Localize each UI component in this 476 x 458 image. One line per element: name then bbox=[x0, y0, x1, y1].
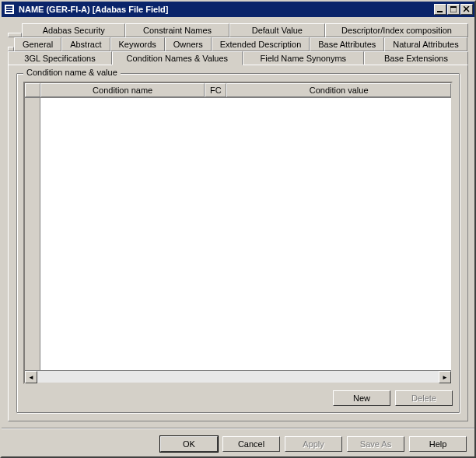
window: NAME (GER-FI-A) [Adabas File Field] Adab… bbox=[0, 0, 476, 458]
svg-rect-2 bbox=[6, 9, 12, 10]
panel-buttons: New Delete bbox=[23, 390, 453, 406]
horizontal-scrollbar[interactable]: ◄ ► bbox=[25, 370, 451, 383]
scroll-left-icon[interactable]: ◄ bbox=[25, 371, 37, 383]
tab-general[interactable]: General bbox=[14, 37, 61, 51]
window-controls bbox=[434, 4, 473, 15]
maximize-button[interactable] bbox=[447, 4, 460, 15]
tab-panel: Condition name & value Condition name FC… bbox=[8, 65, 468, 421]
tab-base-attributes[interactable]: Base Attributes bbox=[310, 37, 384, 51]
tab-descriptor-index[interactable]: Descriptor/Index composition bbox=[325, 23, 468, 37]
tab-row-2: General Abstract Keywords Owners Extende… bbox=[8, 37, 468, 51]
svg-rect-3 bbox=[6, 11, 12, 12]
tab-base-extensions[interactable]: Base Extensions bbox=[364, 51, 468, 65]
tab-keywords[interactable]: Keywords bbox=[110, 37, 165, 51]
tab-constraint-names[interactable]: Constraint Names bbox=[125, 23, 229, 37]
column-rowhead[interactable] bbox=[25, 83, 40, 97]
tab-extended-description[interactable]: Extended Description bbox=[212, 37, 310, 51]
tab-owners[interactable]: Owners bbox=[165, 37, 212, 51]
window-title: NAME (GER-FI-A) [Adabas File Field] bbox=[19, 5, 434, 14]
content-area: Adabas Security Constraint Names Default… bbox=[2, 17, 474, 428]
groupbox-condition: Condition name & value Condition name FC… bbox=[16, 73, 460, 413]
tab-default-value[interactable]: Default Value bbox=[229, 23, 325, 37]
apply-button: Apply bbox=[285, 436, 342, 452]
svg-rect-4 bbox=[437, 11, 443, 12]
condition-table[interactable]: Condition name FC Condition value ◄ ► bbox=[23, 82, 453, 384]
save-as-button: Save As bbox=[347, 436, 404, 452]
tab-row-3: 3GL Specifications Condition Names & Val… bbox=[8, 51, 468, 65]
close-button[interactable] bbox=[460, 4, 473, 15]
tab-adabas-security[interactable]: Adabas Security bbox=[22, 23, 125, 37]
tabs: Adabas Security Constraint Names Default… bbox=[8, 23, 468, 65]
titlebar: NAME (GER-FI-A) [Adabas File Field] bbox=[2, 2, 474, 17]
scroll-track[interactable] bbox=[37, 371, 439, 383]
svg-rect-1 bbox=[6, 6, 12, 8]
table-header: Condition name FC Condition value bbox=[25, 83, 451, 98]
tab-condition-names-values[interactable]: Condition Names & Values bbox=[112, 51, 243, 65]
tab-natural-attributes[interactable]: Natural Attributes bbox=[384, 37, 467, 51]
svg-rect-6 bbox=[450, 6, 457, 8]
minimize-button[interactable] bbox=[434, 4, 446, 15]
groupbox-title: Condition name & value bbox=[23, 68, 121, 77]
row-header-column bbox=[25, 98, 40, 370]
help-button[interactable]: Help bbox=[409, 436, 467, 452]
cancel-button[interactable]: Cancel bbox=[222, 436, 280, 452]
delete-button: Delete bbox=[395, 390, 453, 406]
dialog-button-bar: OK Cancel Apply Save As Help bbox=[2, 428, 474, 456]
tab-3gl-specifications[interactable]: 3GL Specifications bbox=[8, 51, 112, 65]
tab-abstract[interactable]: Abstract bbox=[61, 37, 110, 51]
new-button[interactable]: New bbox=[333, 390, 390, 406]
column-condition-name[interactable]: Condition name bbox=[40, 83, 205, 97]
scroll-right-icon[interactable]: ► bbox=[439, 371, 451, 383]
column-fc[interactable]: FC bbox=[205, 83, 226, 97]
table-body bbox=[25, 98, 451, 370]
column-condition-value[interactable]: Condition value bbox=[226, 83, 451, 97]
app-icon bbox=[3, 3, 16, 16]
tab-field-name-synonyms[interactable]: Field Name Synonyms bbox=[243, 51, 364, 65]
ok-button[interactable]: OK bbox=[160, 436, 218, 452]
table-cells[interactable] bbox=[40, 98, 451, 370]
tab-row-1: Adabas Security Constraint Names Default… bbox=[8, 23, 468, 37]
